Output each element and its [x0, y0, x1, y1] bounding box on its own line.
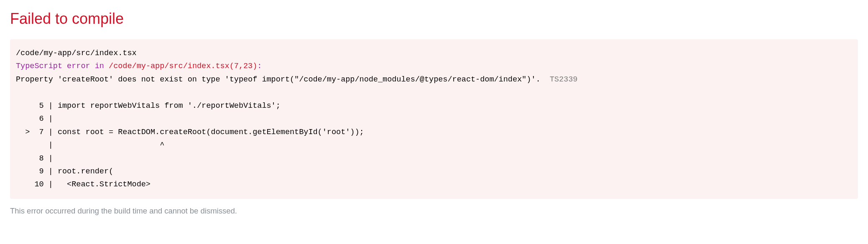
error-code: TS2339	[550, 75, 578, 84]
ts-error-colon: :	[257, 62, 262, 71]
code-line-5: 5 | import reportWebVitals from './repor…	[16, 102, 281, 110]
code-line-8: 8 |	[16, 154, 58, 163]
code-caret-pointer: | ^	[16, 141, 164, 150]
typescript-error-location: /code/my-app/src/index.tsx(7,23)	[109, 62, 257, 71]
error-message: Property 'createRoot' does not exist on …	[16, 75, 550, 84]
code-line-10: 10 | <React.StrictMode>	[16, 180, 151, 189]
code-line-6: 6 |	[16, 114, 58, 123]
error-block: /code/my-app/src/index.tsx TypeScript er…	[10, 39, 858, 199]
code-line-9: 9 | root.render(	[16, 167, 113, 176]
error-title: Failed to compile	[10, 10, 858, 28]
file-path: /code/my-app/src/index.tsx	[16, 49, 137, 58]
code-line-7-highlighted: > 7 | const root = ReactDOM.createRoot(d…	[16, 128, 364, 137]
ts-error-in: in	[90, 62, 109, 71]
footer-note: This error occurred during the build tim…	[10, 206, 858, 216]
typescript-error-label: TypeScript error	[16, 62, 90, 71]
